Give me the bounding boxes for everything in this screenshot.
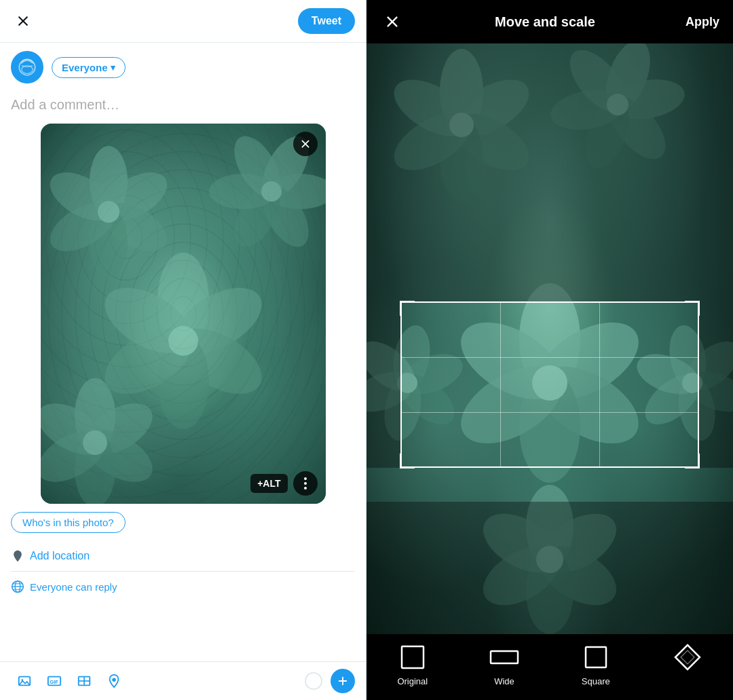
location-icon bbox=[11, 549, 24, 563]
diamond-icon-container bbox=[673, 642, 702, 672]
svg-rect-96 bbox=[586, 647, 606, 667]
add-location-row[interactable]: Add location bbox=[11, 541, 355, 571]
square-label: Square bbox=[582, 676, 610, 686]
image-action-bar: +ALT bbox=[250, 471, 317, 496]
add-tweet-button[interactable] bbox=[331, 669, 355, 693]
audience-label: Everyone bbox=[62, 62, 108, 73]
everyone-reply-row[interactable]: Everyone can reply bbox=[11, 571, 355, 602]
right-toolbar-group bbox=[305, 669, 355, 693]
list-icon bbox=[77, 674, 92, 688]
svg-marker-98 bbox=[681, 650, 694, 664]
add-location-label: Add location bbox=[30, 550, 90, 562]
succulent-svg bbox=[41, 124, 326, 504]
close-icon bbox=[385, 14, 400, 29]
square-crop-icon bbox=[581, 642, 611, 672]
original-label: Original bbox=[397, 676, 428, 686]
crop-panel: Move and scale Apply bbox=[366, 0, 733, 700]
compose-panel: Tweet Everyone ▾ Add a comment… bbox=[0, 0, 366, 700]
attached-image: +ALT bbox=[41, 124, 326, 504]
everyone-reply-label: Everyone can reply bbox=[30, 581, 117, 593]
avatar bbox=[11, 51, 43, 84]
attached-image-container: +ALT bbox=[41, 124, 326, 504]
dot3 bbox=[304, 487, 307, 490]
plus-icon bbox=[337, 675, 349, 687]
character-count-indicator bbox=[305, 672, 322, 690]
wide-label: Wide bbox=[494, 676, 514, 686]
alt-text-button[interactable]: +ALT bbox=[250, 474, 287, 493]
grid-h1 bbox=[402, 357, 698, 358]
svg-rect-94 bbox=[402, 646, 424, 668]
gif-toolbar-button[interactable]: GIF bbox=[41, 667, 68, 695]
user-row: Everyone ▾ bbox=[11, 51, 355, 84]
svg-point-17 bbox=[98, 201, 119, 223]
image-editor-area[interactable] bbox=[366, 43, 733, 634]
toolbar-icon-group: GIF bbox=[11, 667, 128, 695]
crop-dark-bottom bbox=[366, 502, 733, 634]
whos-in-photo-button[interactable]: Who's in this photo? bbox=[11, 512, 126, 533]
chevron-down-icon: ▾ bbox=[111, 62, 115, 73]
wide-icon-container bbox=[489, 642, 519, 672]
image-toolbar-button[interactable] bbox=[11, 667, 38, 695]
crop-overlay[interactable] bbox=[366, 43, 733, 634]
svg-rect-95 bbox=[491, 651, 518, 663]
crop-dark-left bbox=[366, 301, 400, 468]
dot2 bbox=[304, 482, 307, 485]
corner-tr bbox=[685, 301, 700, 316]
grid-h2 bbox=[402, 412, 698, 413]
apply-button[interactable]: Apply bbox=[685, 15, 719, 29]
crop-option-square[interactable]: Square bbox=[581, 642, 611, 686]
more-options-button[interactable] bbox=[293, 471, 318, 496]
close-crop-button[interactable] bbox=[380, 10, 405, 34]
crop-title: Move and scale bbox=[495, 14, 595, 30]
compose-toolbar: GIF bbox=[0, 661, 366, 700]
svg-point-31 bbox=[83, 430, 107, 455]
corner-br bbox=[685, 454, 700, 468]
svg-point-24 bbox=[261, 181, 282, 202]
svg-text:GIF: GIF bbox=[50, 679, 59, 685]
svg-marker-97 bbox=[675, 645, 700, 669]
tweet-button[interactable]: Tweet bbox=[298, 8, 355, 34]
crop-box[interactable] bbox=[400, 301, 699, 468]
corner-bl bbox=[400, 454, 415, 468]
grid-v1 bbox=[500, 303, 501, 466]
svg-point-10 bbox=[168, 326, 198, 356]
list-toolbar-button[interactable] bbox=[71, 667, 98, 695]
compose-header: Tweet bbox=[0, 0, 366, 43]
crop-option-wide[interactable]: Wide bbox=[489, 642, 519, 686]
crop-header: Move and scale Apply bbox=[366, 0, 733, 43]
diamond-crop-icon bbox=[673, 642, 702, 672]
gif-icon: GIF bbox=[47, 674, 62, 688]
image-icon bbox=[17, 674, 32, 688]
grid-v2 bbox=[599, 303, 600, 466]
globe-icon bbox=[11, 580, 24, 593]
crop-dark-right bbox=[699, 301, 733, 468]
crop-dark-top bbox=[366, 43, 733, 301]
dot1 bbox=[304, 477, 307, 480]
crop-options-toolbar: Original Wide Square bbox=[366, 634, 733, 700]
compose-content: Everyone ▾ Add a comment… bbox=[0, 43, 366, 661]
crop-option-diamond[interactable] bbox=[673, 642, 702, 672]
remove-image-button[interactable] bbox=[293, 132, 318, 156]
crop-option-original[interactable]: Original bbox=[397, 642, 428, 686]
location-toolbar-button[interactable] bbox=[100, 667, 128, 695]
pin-icon bbox=[107, 674, 121, 688]
wide-crop-icon bbox=[489, 642, 519, 672]
original-icon-container bbox=[398, 642, 428, 672]
square-icon-container bbox=[581, 642, 611, 672]
close-compose-button[interactable] bbox=[11, 9, 35, 33]
comment-input[interactable]: Add a comment… bbox=[11, 92, 355, 124]
original-crop-icon bbox=[398, 642, 428, 672]
audience-button[interactable]: Everyone ▾ bbox=[52, 57, 126, 78]
corner-tl bbox=[400, 301, 415, 316]
editor-photo bbox=[366, 43, 733, 634]
svg-point-47 bbox=[112, 678, 116, 682]
